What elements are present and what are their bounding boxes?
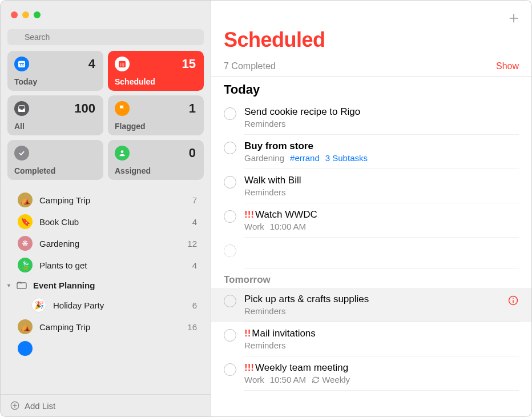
list-item-label: Gardening (39, 239, 79, 248)
task-row[interactable]: Send cookie recipe to Rigo Reminders (211, 101, 531, 135)
list-group-event-planning[interactable]: ▾ Event Planning (1, 276, 211, 294)
smart-list-today[interactable]: 10 4 Today (7, 51, 103, 91)
smart-list-all-label: All (14, 122, 96, 131)
person-icon (115, 146, 130, 161)
list-item-camping-trip[interactable]: ⛺ Camping Trip 7 (1, 189, 211, 211)
task-tag[interactable]: #errand (290, 153, 320, 163)
list-item-book-club[interactable]: 🔖 Book Club 4 (1, 211, 211, 232)
tent-icon: ⛺ (18, 193, 33, 207)
task-row[interactable]: !!!Watch WWDC Work 10:00 AM (211, 203, 531, 238)
fullscreen-window-button[interactable] (34, 11, 41, 18)
task-list-name: Work (244, 375, 264, 384)
list-item-holiday-party[interactable]: 🎉 Holiday Party 6 (1, 294, 211, 316)
search-container (1, 29, 211, 51)
task-checkbox-placeholder[interactable] (224, 244, 236, 257)
task-checkbox[interactable] (224, 295, 236, 307)
list-item-count: 16 (187, 322, 197, 332)
flower-icon: ❋ (18, 236, 33, 251)
svg-point-13 (121, 150, 124, 153)
task-checkbox[interactable] (224, 329, 236, 342)
completed-summary-row: 7 Completed Show (211, 57, 531, 77)
smart-list-completed-label: Completed (14, 166, 96, 175)
list-item-count: 4 (192, 217, 197, 227)
task-checkbox[interactable] (224, 107, 236, 120)
bookmark-icon: 🔖 (18, 214, 33, 229)
list-item-count: 12 (187, 239, 197, 248)
list-item-camping-trip-2[interactable]: ⛺ Camping Trip 16 (1, 316, 211, 338)
priority-indicator: !!! (244, 362, 254, 373)
task-list-today: Send cookie recipe to Rigo Reminders Buy… (211, 101, 531, 268)
task-title: Send cookie recipe to Rigo (244, 106, 519, 118)
task-list-name: Reminders (244, 187, 286, 197)
list-item-count: 4 (192, 260, 197, 270)
smart-list-assigned-label: Assigned (115, 166, 197, 175)
main-pane: Scheduled 7 Completed Show Today Send co… (211, 1, 531, 416)
list-group-label: Event Planning (33, 280, 95, 290)
titlebar (1, 1, 211, 29)
svg-point-7 (120, 63, 121, 65)
smart-list-all[interactable]: 100 All (7, 95, 103, 135)
title-area: Scheduled (211, 25, 531, 57)
page-title: Scheduled (224, 28, 519, 52)
list-item-label: Camping Trip (39, 322, 90, 332)
task-list-name: Gardening (244, 153, 284, 163)
add-list-button[interactable]: Add List (1, 394, 211, 416)
smart-list-assigned[interactable]: 0 Assigned (108, 140, 204, 180)
sidebar-lists: ⛺ Camping Trip 7 🔖 Book Club 4 ❋ Gardeni… (1, 186, 211, 394)
plus-circle-icon (10, 400, 20, 411)
calendar-today-icon: 10 (14, 57, 29, 71)
smart-list-flagged-count: 1 (189, 101, 196, 116)
task-list-tomorrow: Pick up arts & crafts supplies Reminders… (211, 288, 531, 391)
smart-list-flagged[interactable]: 1 Flagged (108, 95, 204, 135)
smart-list-scheduled-label: Scheduled (115, 77, 197, 86)
task-row[interactable]: Buy from store Gardening #errand 3 Subta… (211, 135, 531, 169)
list-item-gardening[interactable]: ❋ Gardening 12 (1, 232, 211, 254)
list-item-partial[interactable] (1, 338, 211, 359)
task-title: Walk with Bill (244, 175, 519, 186)
party-icon: 🎉 (31, 298, 46, 312)
leaf-icon: 🍃 (18, 258, 33, 272)
task-row[interactable]: !!!Weekly team meeting Work 10:50 AM Wee… (211, 356, 531, 391)
list-item-plants-to-get[interactable]: 🍃 Plants to get 4 (1, 254, 211, 276)
task-title: !!!Watch WWDC (244, 209, 519, 220)
smart-list-flagged-label: Flagged (115, 122, 197, 131)
section-header-today: Today (211, 77, 531, 101)
tray-icon (14, 101, 29, 116)
task-subtasks-link[interactable]: 3 Subtasks (325, 153, 368, 163)
list-item-label: Plants to get (39, 260, 87, 270)
add-list-label: Add List (25, 401, 55, 411)
task-list-name: Reminders (244, 306, 286, 316)
task-row[interactable]: !!Mail invitations Reminders (211, 322, 531, 356)
list-item-count: 6 (192, 300, 197, 310)
task-row[interactable]: Pick up arts & crafts supplies Reminders (211, 288, 531, 322)
smart-list-scheduled[interactable]: 15 Scheduled (108, 51, 204, 91)
smart-list-scheduled-count: 15 (182, 57, 196, 71)
show-completed-button[interactable]: Show (496, 61, 519, 71)
task-row-empty[interactable] (211, 238, 531, 268)
close-window-button[interactable] (11, 11, 18, 18)
svg-rect-14 (17, 283, 26, 288)
task-list-name: Work (244, 222, 264, 231)
task-time: 10:00 AM (270, 222, 306, 231)
svg-point-9 (123, 63, 124, 65)
add-reminder-button[interactable] (507, 12, 520, 25)
priority-indicator: !! (244, 328, 251, 339)
task-checkbox[interactable] (224, 176, 236, 189)
completed-summary-label: 7 Completed (224, 61, 276, 71)
minimize-window-button[interactable] (22, 11, 29, 18)
task-checkbox[interactable] (224, 210, 236, 223)
task-title: Buy from store (244, 141, 519, 152)
search-input[interactable] (7, 29, 204, 45)
svg-point-11 (122, 65, 123, 66)
task-row[interactable]: Walk with Bill Reminders (211, 169, 531, 203)
svg-point-8 (122, 63, 123, 65)
smart-list-completed[interactable]: Completed (7, 140, 103, 180)
sidebar: 10 4 Today 15 Scheduled 100 All (1, 1, 211, 416)
tent-icon: ⛺ (18, 319, 33, 334)
task-checkbox[interactable] (224, 363, 236, 376)
smart-list-all-count: 100 (74, 101, 95, 116)
info-icon[interactable] (507, 295, 519, 306)
task-time: 10:50 AM (270, 375, 306, 384)
task-title: !!Mail invitations (244, 328, 519, 339)
task-checkbox[interactable] (224, 142, 236, 154)
